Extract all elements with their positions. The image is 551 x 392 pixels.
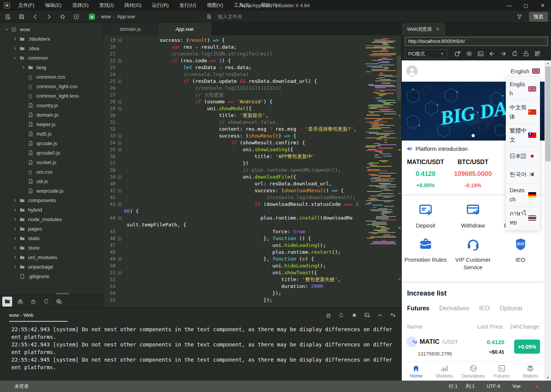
market-tab-ieo[interactable]: IEO — [479, 305, 490, 312]
language-option-th[interactable]: ภาษาไทย — [506, 206, 540, 229]
chevron-right-icon[interactable] — [20, 65, 27, 70]
nav-item-futures[interactable]: Futures — [488, 362, 516, 381]
encoding[interactable]: UTF-8 — [487, 384, 500, 389]
console-clear-icon[interactable] — [390, 312, 396, 318]
scroll-down-icon[interactable]: ▼ — [545, 375, 551, 381]
tree-item-hybrid[interactable]: hybrid — [0, 205, 103, 215]
code-editor[interactable]: 19success: (result) => {20var res = resu… — [103, 35, 401, 308]
tree-item-gitignore[interactable]: .gitignore — [0, 272, 103, 281]
tree-item-common-light-less[interactable]: {}common_light.less — [0, 91, 103, 101]
url-input[interactable]: http://localhost:8000/h5/#/ — [405, 37, 548, 46]
market-tab-futures[interactable]: Futures — [407, 305, 429, 312]
star-icon[interactable] — [57, 12, 68, 22]
funnel-icon[interactable] — [514, 12, 525, 22]
close-icon[interactable]: ✕ — [534, 0, 551, 11]
console-collapse-icon[interactable] — [377, 312, 383, 318]
feature-promotion-rules[interactable]: Promotion Rules — [402, 236, 449, 271]
files-icon[interactable] — [2, 297, 12, 307]
tree-item-idea[interactable]: .idea — [0, 44, 103, 53]
run-icon[interactable] — [71, 12, 82, 22]
browser-terminal-icon[interactable] — [477, 51, 484, 57]
chevron-right-icon[interactable] — [11, 246, 18, 250]
tree-item-uni-css[interactable]: {}uni.css — [0, 167, 103, 177]
tree-item-helper-js[interactable]: helper.js — [0, 120, 103, 129]
market-tab-optional[interactable]: Optional — [499, 305, 522, 312]
console-terminal-plus-icon[interactable] — [364, 312, 370, 318]
browser-refresh-icon[interactable] — [512, 51, 518, 57]
menu-选择-s[interactable]: 选择(S) — [68, 0, 93, 10]
language-selector[interactable]: English — [511, 68, 540, 74]
menu-编辑-e[interactable]: 编辑(E) — [41, 0, 66, 10]
fold-marker-icon[interactable] — [115, 215, 124, 221]
browser-popout-icon[interactable] — [455, 51, 461, 57]
console-restart-icon[interactable] — [338, 312, 344, 318]
menu-帮助-y[interactable]: 帮助(Y) — [256, 0, 281, 10]
fold-marker-icon[interactable] — [115, 174, 124, 180]
browser-arrow-left-icon[interactable] — [489, 51, 495, 57]
language-option-jp[interactable]: 日本語 — [506, 147, 540, 165]
fold-marker-icon[interactable] — [115, 139, 124, 146]
fold-marker-icon[interactable] — [115, 146, 124, 153]
chevron-down-icon[interactable] — [11, 56, 18, 60]
filetype[interactable]: Vue — [512, 384, 521, 389]
console-tab[interactable]: wow - Web — [9, 312, 68, 322]
new-file-icon[interactable] — [2, 12, 14, 22]
preview-scrollbar[interactable]: ▲ ▼ — [545, 60, 551, 381]
tree-item-domain-js[interactable]: domain.js — [0, 110, 103, 120]
fold-marker-icon[interactable] — [115, 235, 124, 242]
ticker-btc-usdt[interactable]: BTC/USDT109685.0000-0.19% — [449, 159, 497, 188]
menu-文件-f[interactable]: 文件(F) — [14, 0, 39, 10]
chevron-right-icon[interactable] — [11, 265, 18, 269]
breadcrumb-item[interactable]: App.vue — [117, 14, 135, 19]
fold-marker-icon[interactable] — [115, 187, 124, 194]
console-stop-icon[interactable] — [351, 312, 357, 318]
minimize-icon[interactable]: — — [501, 0, 518, 11]
chevron-down-icon[interactable] — [3, 27, 10, 32]
menu-发行-u[interactable]: 发行(U) — [175, 0, 201, 10]
avatar[interactable] — [406, 65, 418, 77]
feature-withdraw[interactable]: Withdraw — [449, 201, 497, 229]
fold-marker-icon[interactable] — [115, 37, 124, 44]
browser-arrow-right-icon[interactable] — [500, 51, 507, 57]
fold-marker-icon[interactable] — [115, 98, 124, 105]
browser-unlock-icon[interactable] — [523, 51, 529, 57]
tree-item-qrcode0-js[interactable]: qrcode0.js — [0, 148, 103, 158]
menu-查找-i[interactable]: 查找(I) — [95, 0, 118, 10]
menu-运行-r[interactable]: 运行(R) — [147, 0, 173, 10]
tree-item-country-js[interactable]: country.js — [0, 101, 103, 110]
fold-marker-icon[interactable] — [115, 78, 124, 85]
chevron-right-icon[interactable] — [11, 255, 18, 259]
language-option-de[interactable]: Deutsch — [506, 183, 540, 206]
chevron-right-icon[interactable] — [11, 37, 18, 41]
sidebar-hscrollbar[interactable] — [0, 292, 103, 295]
language-option-gb[interactable]: English — [506, 77, 540, 100]
tree-item-hbuilderx[interactable]: .hbuilderx — [0, 34, 103, 44]
fold-marker-icon[interactable] — [115, 105, 124, 112]
maximize-icon[interactable]: ▢ — [518, 0, 534, 11]
bug-icon[interactable] — [28, 297, 38, 307]
browser-qr-icon[interactable] — [534, 51, 541, 57]
minimap-viewport[interactable] — [397, 56, 401, 101]
globe-cloud-icon[interactable] — [54, 297, 64, 307]
scrollbar-thumb[interactable] — [545, 66, 551, 161]
tree-item-unpackage[interactable]: unpackage — [0, 262, 103, 272]
forward-icon[interactable] — [43, 12, 55, 22]
fold-marker-icon[interactable] — [115, 256, 124, 262]
scroll-up-icon[interactable]: ▲ — [545, 60, 551, 66]
menu-跳转-g[interactable]: 跳转(G) — [120, 0, 146, 10]
preview-button[interactable]: 预览 — [529, 12, 548, 22]
chevron-right-icon[interactable] — [11, 227, 18, 231]
tree-item-pages[interactable]: pages — [0, 224, 103, 234]
language-option-tw[interactable]: 繁體中文 — [506, 123, 540, 147]
nav-item-markets[interactable]: Markets — [430, 362, 459, 381]
chevron-right-icon[interactable] — [11, 217, 18, 221]
feature-vip-customer-service[interactable]: VIP Customer Service — [449, 236, 497, 271]
nav-item-wallets[interactable]: Wallets — [516, 362, 545, 381]
editor-tab-domain-js[interactable]: domain.js — [103, 23, 158, 35]
tree-item-node-modules[interactable]: node_modules — [0, 215, 103, 224]
console-bug-icon[interactable] — [325, 312, 332, 318]
language-option-kr[interactable]: 한국어 — [506, 165, 540, 183]
cursor-line[interactable]: 行:1 — [449, 383, 458, 390]
tree-item-uni-modules[interactable]: uni_modules — [0, 253, 103, 262]
search-input[interactable]: 输入文件名 — [198, 12, 312, 21]
